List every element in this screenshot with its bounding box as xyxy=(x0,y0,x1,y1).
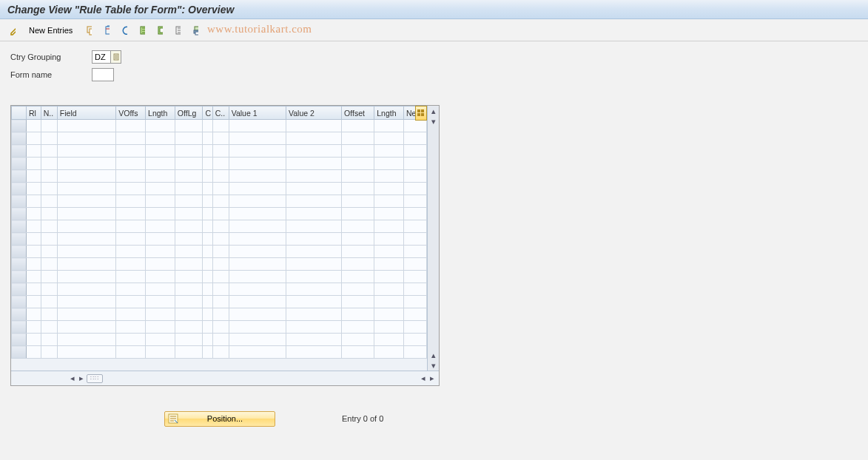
cell[interactable] xyxy=(229,346,286,359)
cell[interactable] xyxy=(26,145,41,158)
cell[interactable] xyxy=(116,296,146,308)
column-header[interactable]: Value 1 xyxy=(229,106,286,120)
cell[interactable] xyxy=(404,170,427,183)
row-selector[interactable] xyxy=(12,334,27,346)
cell[interactable] xyxy=(203,271,212,283)
cell[interactable] xyxy=(229,321,286,334)
table-row[interactable] xyxy=(12,258,427,271)
cell[interactable] xyxy=(229,145,286,158)
cell[interactable] xyxy=(342,120,374,132)
cell[interactable] xyxy=(146,220,175,233)
cell[interactable] xyxy=(41,132,57,145)
cell[interactable] xyxy=(57,271,116,283)
cell[interactable] xyxy=(175,208,203,220)
cell[interactable] xyxy=(146,132,175,145)
cell[interactable] xyxy=(203,145,212,158)
cell[interactable] xyxy=(229,246,286,258)
cell[interactable] xyxy=(342,321,374,334)
cell[interactable] xyxy=(57,308,116,321)
cell[interactable] xyxy=(41,308,57,321)
table-row[interactable] xyxy=(12,308,427,321)
cell[interactable] xyxy=(286,246,342,258)
cell[interactable] xyxy=(212,208,229,220)
cell[interactable] xyxy=(342,183,374,195)
cell[interactable] xyxy=(116,258,146,271)
ctry-search-help-icon[interactable] xyxy=(111,50,121,64)
scroll-down-icon[interactable]: ▾ xyxy=(428,116,439,126)
select-all-icon[interactable] xyxy=(134,23,150,38)
cell[interactable] xyxy=(41,271,57,283)
cell[interactable] xyxy=(203,258,212,271)
column-header[interactable]: Value 2 xyxy=(286,106,342,120)
cell[interactable] xyxy=(404,233,427,246)
cell[interactable] xyxy=(203,233,212,246)
cell[interactable] xyxy=(342,158,374,170)
row-selector[interactable] xyxy=(12,132,27,145)
delete-icon[interactable] xyxy=(98,23,115,38)
row-selector[interactable] xyxy=(12,220,27,233)
cell[interactable] xyxy=(229,120,286,132)
cell[interactable] xyxy=(175,334,203,346)
scroll-down-end-icon[interactable]: ▾ xyxy=(428,360,439,371)
cell[interactable] xyxy=(342,208,374,220)
form-name-input[interactable] xyxy=(92,68,114,81)
cell[interactable] xyxy=(229,296,286,308)
cell[interactable] xyxy=(26,246,41,258)
cell[interactable] xyxy=(203,346,212,359)
table-row[interactable] xyxy=(12,208,427,220)
cell[interactable] xyxy=(116,220,146,233)
cell[interactable] xyxy=(404,334,427,346)
cell[interactable] xyxy=(203,220,212,233)
cell[interactable] xyxy=(203,283,212,296)
column-config-icon[interactable]: ∷∷ xyxy=(87,374,103,383)
cell[interactable] xyxy=(342,271,374,283)
cell[interactable] xyxy=(116,170,146,183)
table-row[interactable] xyxy=(12,195,427,208)
cell[interactable] xyxy=(57,158,116,170)
row-selector[interactable] xyxy=(12,258,27,271)
cell[interactable] xyxy=(57,321,116,334)
cell[interactable] xyxy=(175,145,203,158)
table-row[interactable] xyxy=(12,132,427,145)
cell[interactable] xyxy=(229,158,286,170)
table-row[interactable] xyxy=(12,145,427,158)
cell[interactable] xyxy=(203,183,212,195)
cell[interactable] xyxy=(203,246,212,258)
cell[interactable] xyxy=(229,334,286,346)
cell[interactable] xyxy=(146,258,175,271)
cell[interactable] xyxy=(342,283,374,296)
cell[interactable] xyxy=(175,132,203,145)
cell[interactable] xyxy=(212,296,229,308)
cell[interactable] xyxy=(404,183,427,195)
cell[interactable] xyxy=(374,258,404,271)
cell[interactable] xyxy=(146,145,175,158)
column-header[interactable]: Lngth xyxy=(146,106,175,120)
cell[interactable] xyxy=(116,334,146,346)
cell[interactable] xyxy=(41,120,57,132)
hscroll-right-icon[interactable]: ▸ xyxy=(78,373,85,384)
row-selector[interactable] xyxy=(12,233,27,246)
cell[interactable] xyxy=(404,246,427,258)
cell[interactable] xyxy=(404,271,427,283)
cell[interactable] xyxy=(175,183,203,195)
undo-icon[interactable] xyxy=(116,23,132,38)
cell[interactable] xyxy=(57,346,116,359)
cell[interactable] xyxy=(212,120,229,132)
cell[interactable] xyxy=(229,195,286,208)
table-row[interactable] xyxy=(12,296,427,308)
cell[interactable] xyxy=(41,195,57,208)
cell[interactable] xyxy=(212,346,229,359)
cell[interactable] xyxy=(203,334,212,346)
cell[interactable] xyxy=(374,158,404,170)
table-settings-icon[interactable] xyxy=(415,106,427,121)
cell[interactable] xyxy=(286,346,342,359)
row-selector[interactable] xyxy=(12,271,27,283)
cell[interactable] xyxy=(342,334,374,346)
cell[interactable] xyxy=(175,233,203,246)
cell[interactable] xyxy=(41,246,57,258)
cell[interactable] xyxy=(116,271,146,283)
row-selector[interactable] xyxy=(12,246,27,258)
cell[interactable] xyxy=(212,158,229,170)
cell[interactable] xyxy=(286,220,342,233)
cell[interactable] xyxy=(286,233,342,246)
